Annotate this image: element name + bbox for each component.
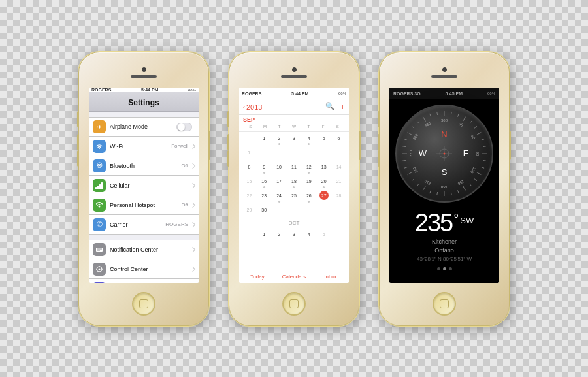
cellular-chevron: [190, 183, 195, 188]
day-t2: T: [301, 124, 316, 129]
home-button-2[interactable]: [282, 292, 306, 316]
wifi-value: Forwell: [171, 143, 188, 149]
carrier-icon: ✆: [93, 218, 106, 231]
settings-item-airplane[interactable]: ✈ Airplane Mode: [89, 117, 199, 137]
cal-inbox-btn[interactable]: Inbox: [312, 270, 349, 283]
compass-carrier: ROGERS 3G: [393, 91, 421, 96]
carrier-chevron: [190, 222, 195, 227]
svg-text:330: 330: [424, 122, 432, 129]
cal-year-nav[interactable]: ‹ 2013: [243, 103, 262, 111]
dnd-icon: ☾: [93, 282, 106, 283]
iphone-settings: ROGERS 5:44 PM 66% Settings ✈ Airplane M…: [78, 52, 209, 326]
svg-line-26: [476, 172, 481, 175]
svg-line-25: [481, 167, 484, 169]
settings-item-hotspot[interactable]: Personal Hotspot Off: [89, 195, 199, 215]
svg-line-31: [451, 192, 451, 195]
svg-text:270: 270: [409, 150, 413, 157]
svg-line-46: [417, 121, 419, 123]
settings-item-dnd[interactable]: ☾ Do Not Disturb: [89, 279, 199, 283]
day-s1: S: [243, 124, 257, 129]
day-t1: T: [272, 124, 287, 129]
compass-province: Ontario: [434, 247, 454, 254]
day-m: M: [257, 124, 272, 129]
airplane-label: Airplane Mode: [110, 123, 176, 130]
svg-line-17: [463, 117, 466, 122]
settings-header: Settings: [89, 92, 199, 112]
iphone-top: [79, 52, 208, 88]
cal-toolbar: Today Calendars Inbox: [239, 270, 349, 283]
cal-calendars-btn[interactable]: Calendars: [276, 270, 312, 283]
svg-line-48: [430, 114, 431, 117]
svg-text:W: W: [419, 148, 427, 158]
svg-rect-7: [97, 250, 100, 251]
airplane-toggle[interactable]: [176, 123, 192, 131]
svg-rect-2: [99, 184, 101, 189]
hotspot-chevron: [190, 203, 195, 208]
svg-text:60: 60: [470, 134, 476, 140]
svg-line-47: [423, 117, 426, 122]
home-button-inner-3: [440, 299, 449, 308]
compass-status-bar: ROGERS 3G 5:45 PM 66%: [389, 88, 499, 99]
svg-line-29: [463, 186, 466, 191]
svg-rect-0: [95, 187, 97, 189]
home-button-1[interactable]: [132, 292, 155, 316]
settings-item-cellular[interactable]: Cellular: [89, 176, 199, 195]
cal-status-bar: ROGERS 5:44 PM 66%: [239, 88, 349, 99]
svg-line-35: [423, 186, 426, 191]
indicator-dot-2: [443, 267, 446, 270]
carrier-label: ROGERS: [91, 88, 111, 92]
cal-actions: 🔍 +: [325, 102, 345, 112]
notif-chevron: [190, 247, 195, 252]
cal-add-btn[interactable]: +: [340, 102, 345, 112]
carrier-value: ROGERS: [165, 221, 188, 227]
cal-year-arrow: ‹: [243, 104, 245, 110]
home-button-3[interactable]: [433, 292, 456, 316]
svg-line-20: [476, 133, 481, 135]
settings-item-bluetooth[interactable]: ♾ Bluetooth Off: [89, 156, 199, 176]
wifi-chevron: [190, 144, 195, 149]
control-icon: [93, 263, 106, 276]
indicator-dot-3: [449, 267, 452, 270]
speaker-grille-2: [281, 75, 307, 78]
compass-degree: 235: [415, 210, 452, 235]
cal-search-btn[interactable]: 🔍: [325, 102, 335, 112]
bluetooth-chevron: [190, 163, 195, 169]
settings-item-wifi[interactable]: Wi-Fi Forwell: [89, 137, 199, 156]
settings-item-notif[interactable]: Notification Center: [89, 240, 199, 259]
svg-text:240: 240: [412, 166, 419, 174]
cal-today-btn[interactable]: Today: [239, 270, 276, 283]
compass-dial: 360 30 60 90 120 150 180 210 240 270 300…: [395, 105, 493, 203]
compass-time: 5:45 PM: [446, 91, 463, 96]
svg-rect-1: [97, 186, 99, 189]
svg-point-69: [444, 153, 446, 155]
svg-line-22: [483, 146, 486, 147]
home-button-inner-2: [289, 299, 299, 308]
svg-line-18: [470, 121, 472, 123]
cal-week5: 29 30: [239, 204, 349, 218]
iphone-calendar: ROGERS 5:44 PM 66% ‹ 2013 🔍 + SEP S: [229, 52, 359, 326]
settings-item-control[interactable]: Control Center: [89, 259, 199, 279]
svg-line-34: [430, 191, 431, 194]
svg-text:N: N: [441, 129, 447, 139]
svg-line-37: [412, 179, 414, 181]
home-button-inner-1: [139, 299, 148, 308]
bluetooth-value: Off: [181, 163, 188, 169]
hotspot-label: Personal Hotspot: [110, 202, 181, 208]
settings-screen: ROGERS 5:44 PM 66% Settings ✈ Airplane M…: [89, 88, 199, 283]
bluetooth-icon: ♾: [93, 159, 106, 172]
iphone-bottom-1: [79, 283, 208, 325]
notif-label: Notification Center: [110, 246, 191, 253]
iphone-top-2: [229, 52, 359, 88]
svg-line-24: [483, 161, 486, 161]
svg-line-39: [404, 167, 408, 169]
svg-point-4: [99, 205, 101, 207]
svg-line-33: [437, 192, 438, 195]
indicator-dot-1: [437, 267, 440, 270]
day-w: W: [287, 124, 301, 129]
settings-item-carrier[interactable]: ✆ Carrier ROGERS: [89, 215, 199, 235]
camera-dot: [142, 67, 146, 72]
cellular-icon: [93, 179, 106, 192]
wifi-icon: [93, 140, 106, 153]
svg-line-40: [402, 161, 406, 161]
cal-oct-week1: 1 2 3 4 5: [239, 228, 349, 242]
